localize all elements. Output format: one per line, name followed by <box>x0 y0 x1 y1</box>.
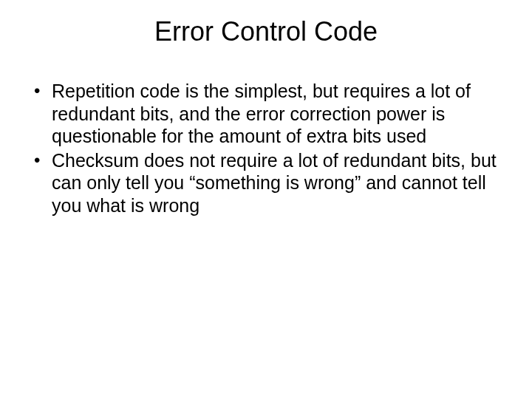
slide-title: Error Control Code <box>22 16 510 47</box>
bullet-item: Checksum does not require a lot of redun… <box>30 149 510 217</box>
slide-content: Repetition code is the simplest, but req… <box>22 80 510 216</box>
bullet-item: Repetition code is the simplest, but req… <box>30 80 510 148</box>
slide-container: Error Control Code Repetition code is th… <box>0 0 532 399</box>
bullet-list: Repetition code is the simplest, but req… <box>30 80 510 216</box>
